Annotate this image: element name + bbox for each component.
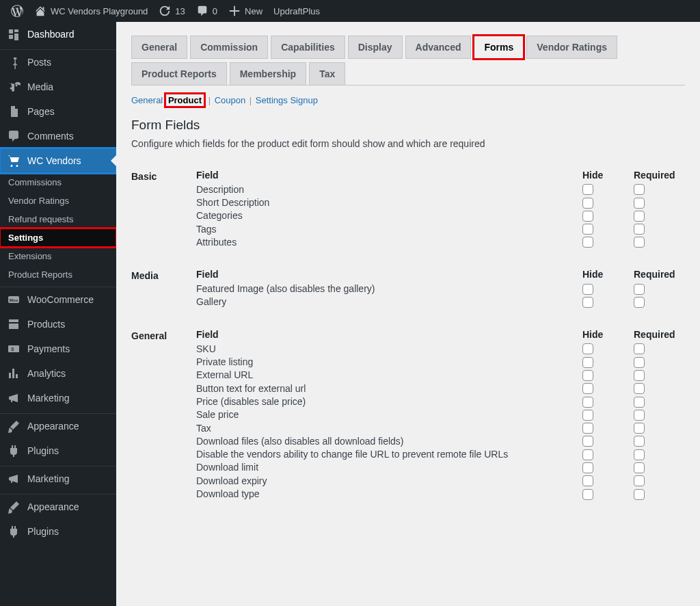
- menu-marketing-2[interactable]: Marketing: [0, 466, 116, 491]
- hide-checkbox[interactable]: [582, 397, 593, 408]
- submenu-settings[interactable]: Settings: [0, 228, 116, 247]
- field-label: Private listing: [196, 356, 582, 367]
- submenu-vendor-ratings[interactable]: Vendor Ratings: [0, 192, 116, 210]
- hide-checkbox[interactable]: [582, 224, 593, 235]
- hide-checkbox[interactable]: [582, 297, 593, 308]
- required-checkbox[interactable]: [634, 397, 645, 408]
- hide-checkbox[interactable]: [582, 343, 593, 354]
- required-checkbox[interactable]: [634, 343, 645, 354]
- field-label: External URL: [196, 369, 582, 380]
- payments-icon: $: [7, 342, 21, 356]
- hide-checkbox[interactable]: [582, 423, 593, 434]
- menu-payments[interactable]: $ Payments: [0, 337, 116, 361]
- hide-checkbox[interactable]: [582, 410, 593, 421]
- hide-checkbox[interactable]: [582, 357, 593, 368]
- hide-checkbox[interactable]: [582, 475, 593, 486]
- required-checkbox[interactable]: [634, 449, 645, 460]
- comments-link[interactable]: 0: [191, 0, 223, 22]
- hide-checkbox[interactable]: [582, 489, 593, 500]
- updraft-label: UpdraftPlus: [273, 6, 320, 16]
- required-checkbox[interactable]: [634, 383, 645, 394]
- updates-link[interactable]: 13: [153, 0, 190, 22]
- field-row: External URL: [196, 369, 685, 382]
- required-checkbox[interactable]: [634, 184, 645, 195]
- hide-checkbox[interactable]: [582, 436, 593, 447]
- subtab-coupon[interactable]: Coupon: [215, 95, 246, 105]
- plugin-icon: [7, 525, 21, 538]
- menu-analytics[interactable]: Analytics: [0, 361, 116, 386]
- required-checkbox[interactable]: [634, 224, 645, 235]
- site-name-link[interactable]: WC Vendors Playground: [29, 0, 153, 22]
- menu-dashboard[interactable]: Dashboard: [0, 22, 116, 47]
- menu-posts[interactable]: Posts: [0, 50, 116, 75]
- wp-logo[interactable]: [5, 0, 29, 22]
- tab-membership[interactable]: Membership: [230, 62, 306, 85]
- megaphone-icon: [7, 391, 21, 405]
- menu-products[interactable]: Products: [0, 312, 116, 337]
- submenu-refund-requests[interactable]: Refund requests: [0, 210, 116, 228]
- submenu-commissions[interactable]: Commissions: [0, 173, 116, 192]
- tab-capabilities[interactable]: Capabilities: [271, 36, 345, 59]
- tab-general[interactable]: General: [131, 36, 187, 59]
- separator: |: [208, 95, 213, 105]
- subtab-signup[interactable]: Signup: [290, 95, 317, 105]
- required-checkbox[interactable]: [634, 284, 645, 295]
- required-checkbox[interactable]: [634, 357, 645, 368]
- tab-advanced[interactable]: Advanced: [405, 36, 472, 59]
- hide-checkbox[interactable]: [582, 198, 593, 209]
- menu-media[interactable]: Media: [0, 75, 116, 99]
- field-row: Download expiry: [196, 474, 685, 487]
- hide-checkbox[interactable]: [582, 211, 593, 222]
- field-row: Download limit: [196, 461, 685, 474]
- hide-checkbox[interactable]: [582, 284, 593, 295]
- menu-wc-vendors[interactable]: WC Vendors: [0, 148, 116, 173]
- site-name: WC Vendors Playground: [51, 6, 148, 16]
- field-row: Sale price: [196, 408, 685, 421]
- required-checkbox[interactable]: [634, 423, 645, 434]
- required-checkbox[interactable]: [634, 410, 645, 421]
- required-checkbox[interactable]: [634, 475, 645, 486]
- menu-woocommerce[interactable]: Woo WooCommerce: [0, 287, 116, 312]
- hide-checkbox[interactable]: [582, 383, 593, 394]
- new-content-link[interactable]: New: [223, 0, 268, 22]
- tab-display[interactable]: Display: [348, 36, 403, 59]
- comment-icon: [7, 129, 21, 143]
- required-checkbox[interactable]: [634, 462, 645, 473]
- menu-marketing[interactable]: Marketing: [0, 386, 116, 410]
- update-icon: [159, 5, 171, 17]
- tab-vendor-ratings[interactable]: Vendor Ratings: [526, 36, 617, 59]
- tab-forms[interactable]: Forms: [474, 36, 524, 59]
- required-checkbox[interactable]: [634, 297, 645, 308]
- menu-pages[interactable]: Pages: [0, 99, 116, 124]
- column-header-required: Required: [634, 329, 685, 340]
- required-checkbox[interactable]: [634, 370, 645, 381]
- tab-commission[interactable]: Commission: [190, 36, 268, 59]
- hide-checkbox[interactable]: [582, 370, 593, 381]
- updraftplus-link[interactable]: UpdraftPlus: [268, 0, 325, 22]
- field-row: Featured Image (also disables the galler…: [196, 282, 685, 295]
- subtab-product[interactable]: Product: [165, 94, 204, 107]
- hide-checkbox[interactable]: [582, 237, 593, 248]
- menu-appearance-2[interactable]: Appearance: [0, 495, 116, 519]
- required-checkbox[interactable]: [634, 489, 645, 500]
- subtab-general[interactable]: General: [131, 95, 163, 105]
- subtab-settings[interactable]: Settings: [256, 95, 288, 105]
- required-checkbox[interactable]: [634, 436, 645, 447]
- required-checkbox[interactable]: [634, 198, 645, 209]
- group-label: Basic: [131, 170, 196, 182]
- field-row: Tax: [196, 421, 685, 434]
- submenu-extensions[interactable]: Extensions: [0, 247, 116, 265]
- required-checkbox[interactable]: [634, 237, 645, 248]
- hide-checkbox[interactable]: [582, 462, 593, 473]
- menu-plugins[interactable]: Plugins: [0, 438, 116, 463]
- menu-plugins-2[interactable]: Plugins: [0, 519, 116, 544]
- tab-product-reports[interactable]: Product Reports: [131, 62, 227, 85]
- menu-comments[interactable]: Comments: [0, 124, 116, 148]
- submenu-product-reports[interactable]: Product Reports: [0, 265, 116, 284]
- svg-point-1: [16, 85, 18, 87]
- required-checkbox[interactable]: [634, 211, 645, 222]
- menu-appearance[interactable]: Appearance: [0, 414, 116, 438]
- tab-tax[interactable]: Tax: [309, 62, 345, 85]
- hide-checkbox[interactable]: [582, 184, 593, 195]
- hide-checkbox[interactable]: [582, 449, 593, 460]
